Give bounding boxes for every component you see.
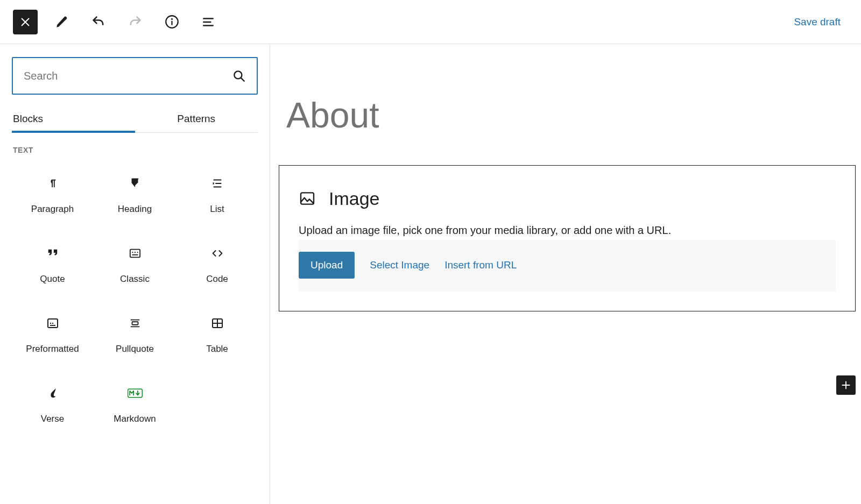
block-label: Heading [118, 204, 152, 215]
details-button[interactable] [159, 10, 184, 34]
block-list[interactable]: List [177, 159, 258, 228]
block-label: Markdown [114, 414, 156, 424]
image-block-header: Image [299, 188, 836, 209]
paragraph-icon [45, 176, 60, 191]
svg-rect-12 [132, 322, 138, 325]
block-verse[interactable]: Verse [12, 368, 93, 437]
info-icon [165, 15, 179, 29]
undo-icon [91, 15, 106, 30]
block-label: Table [206, 344, 228, 354]
upload-button[interactable]: Upload [299, 252, 355, 279]
classic-icon [128, 246, 143, 261]
block-label: Pullquote [116, 344, 154, 354]
preformatted-icon [45, 316, 60, 331]
page-title[interactable]: About [279, 96, 856, 135]
outline-icon [201, 15, 215, 29]
inserter-tabs: Blocks Patterns [12, 105, 258, 133]
add-block-button[interactable] [836, 375, 856, 395]
svg-point-7 [134, 252, 135, 253]
block-label: Code [206, 274, 228, 285]
block-label: List [210, 204, 224, 215]
svg-rect-2 [171, 21, 172, 25]
insert-from-url-button[interactable]: Insert from URL [444, 259, 517, 271]
search-input[interactable] [24, 70, 232, 82]
block-heading[interactable]: Heading [94, 159, 175, 228]
svg-point-1 [171, 18, 172, 20]
heading-icon [128, 176, 143, 191]
blocks-grid: Paragraph Heading List Quote [12, 159, 258, 437]
toolbar-left-group [13, 10, 221, 34]
pencil-icon [55, 15, 69, 29]
redo-button [123, 10, 147, 34]
block-inserter-panel: Blocks Patterns TEXT Paragraph Heading [0, 44, 270, 504]
section-title-text: TEXT [13, 146, 258, 154]
verse-icon [45, 386, 60, 401]
markdown-icon [128, 386, 143, 401]
svg-point-3 [234, 71, 242, 79]
svg-point-10 [50, 323, 51, 324]
select-image-button[interactable]: Select Image [370, 259, 429, 271]
tab-blocks[interactable]: Blocks [12, 105, 135, 133]
outline-button[interactable] [196, 10, 221, 34]
block-preformatted[interactable]: Preformatted [12, 299, 93, 367]
edit-tool-button[interactable] [50, 10, 74, 34]
redo-icon [128, 15, 143, 30]
undo-button[interactable] [86, 10, 111, 34]
image-block-title: Image [329, 188, 380, 209]
svg-rect-5 [130, 250, 139, 258]
top-toolbar: Save draft [0, 0, 861, 44]
svg-point-8 [137, 252, 138, 253]
image-block-description: Upload an image file, pick one from your… [299, 224, 836, 237]
block-label: Paragraph [31, 204, 74, 215]
svg-point-11 [52, 323, 53, 324]
quote-icon [45, 246, 60, 261]
image-block-placeholder[interactable]: Image Upload an image file, pick one fro… [279, 165, 856, 311]
block-markdown[interactable]: Markdown [94, 368, 175, 437]
svg-point-6 [132, 252, 133, 253]
block-paragraph[interactable]: Paragraph [12, 159, 93, 228]
block-table[interactable]: Table [177, 299, 258, 367]
code-icon [210, 246, 225, 261]
pullquote-icon [128, 316, 143, 331]
svg-rect-15 [301, 193, 314, 204]
block-pullquote[interactable]: Pullquote [94, 299, 175, 367]
close-icon [19, 16, 32, 29]
block-label: Classic [120, 274, 150, 285]
block-quote[interactable]: Quote [12, 229, 93, 297]
image-block-actions: Upload Select Image Insert from URL [299, 240, 836, 292]
block-classic[interactable]: Classic [94, 229, 175, 297]
tab-patterns[interactable]: Patterns [135, 105, 258, 133]
block-code[interactable]: Code [177, 229, 258, 297]
list-icon [210, 176, 225, 191]
editor-canvas[interactable]: About Image Upload an image file, pick o… [270, 44, 861, 504]
plus-icon [840, 379, 852, 391]
search-wrapper [12, 57, 258, 95]
search-icon [232, 69, 246, 83]
main-area: Blocks Patterns TEXT Paragraph Heading [0, 44, 861, 504]
block-label: Verse [41, 414, 64, 424]
save-draft-button[interactable]: Save draft [786, 11, 848, 33]
image-icon [299, 190, 316, 207]
block-label: Quote [40, 274, 65, 285]
table-icon [210, 316, 225, 331]
block-label: Preformatted [26, 344, 79, 354]
close-inserter-button[interactable] [13, 10, 38, 34]
